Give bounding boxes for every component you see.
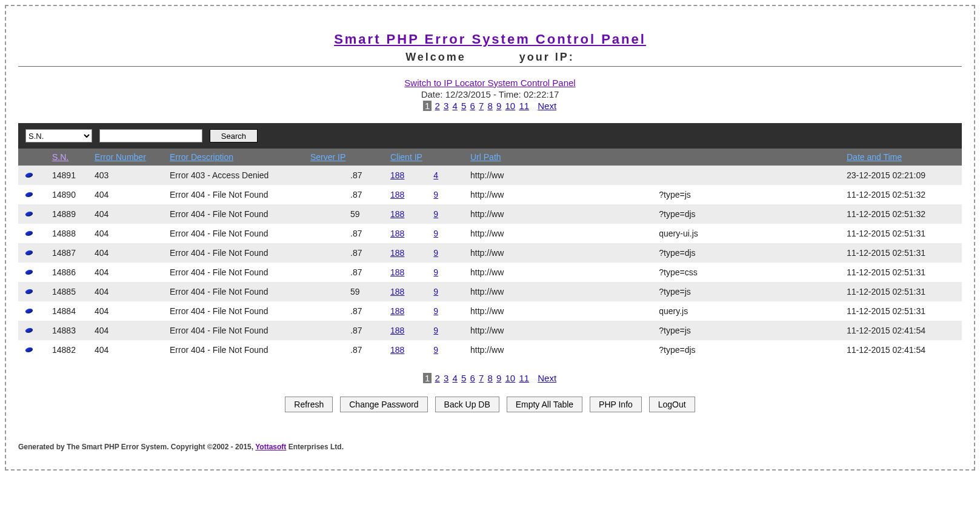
datetime-line: Date: 12/23/2015 - Time: 02:22:17 xyxy=(13,89,967,99)
client-ip-link-b[interactable]: 9 xyxy=(433,190,438,199)
col-url-head: Url Path xyxy=(470,152,847,162)
pager-page[interactable]: 7 xyxy=(478,373,484,383)
sort-sip[interactable]: Server IP xyxy=(310,152,345,162)
table-row: 14889404Error 404 - File Not Found591889… xyxy=(18,204,962,224)
pager-page[interactable]: 11 xyxy=(518,101,530,111)
cell-en: 404 xyxy=(95,345,170,355)
pager-page[interactable]: 6 xyxy=(469,373,475,383)
backup-db-button[interactable]: Back Up DB xyxy=(435,397,499,412)
cell-url: http://ww?type=js xyxy=(470,287,847,297)
client-ip-link-b[interactable]: 9 xyxy=(433,229,438,238)
search-button[interactable]: Search xyxy=(210,129,258,142)
row-icon[interactable] xyxy=(25,328,34,333)
client-ip-link-a[interactable]: 188 xyxy=(390,209,404,219)
client-ip-link-b[interactable]: 9 xyxy=(433,306,438,316)
pager-page[interactable]: 6 xyxy=(469,101,475,111)
logout-button[interactable]: LogOut xyxy=(649,397,695,412)
pager-page[interactable]: 4 xyxy=(452,373,458,383)
cell-url: http://ww?type=js xyxy=(470,190,847,199)
sort-en[interactable]: Error Number xyxy=(95,152,146,162)
row-icon[interactable] xyxy=(25,250,34,255)
client-ip-link-a[interactable]: 188 xyxy=(390,306,404,316)
pager-page[interactable]: 8 xyxy=(487,101,493,111)
sort-url[interactable]: Url Path xyxy=(470,152,501,162)
refresh-button[interactable]: Refresh xyxy=(285,397,333,412)
client-ip-link-b[interactable]: 9 xyxy=(433,345,438,355)
row-icon[interactable] xyxy=(25,212,34,216)
cell-ed: Error 404 - File Not Found xyxy=(170,248,310,258)
cell-en: 404 xyxy=(95,306,170,316)
cell-dt: 23-12-2015 02:21:09 xyxy=(847,170,955,180)
page-frame: Smart PHP Error System Control Panel Wel… xyxy=(5,5,975,471)
pager-current: 1 xyxy=(423,101,432,111)
title-link[interactable]: Smart PHP Error System Control Panel xyxy=(334,32,646,47)
switch-panel-line: Switch to IP Locator System Control Pane… xyxy=(13,78,967,88)
table-header: S.N. Error Number Error Description Serv… xyxy=(18,149,962,166)
pager-next[interactable]: Next xyxy=(537,373,557,383)
cell-en: 404 xyxy=(95,229,170,238)
pager-page[interactable]: 7 xyxy=(478,101,484,111)
row-icon[interactable] xyxy=(25,270,34,275)
pager-page[interactable]: 10 xyxy=(505,373,516,383)
client-ip-link-a[interactable]: 188 xyxy=(390,190,404,199)
row-icon[interactable] xyxy=(25,231,34,236)
row-icon[interactable] xyxy=(25,173,34,178)
pager-page[interactable]: 10 xyxy=(505,101,516,111)
client-ip-link-b[interactable]: 4 xyxy=(433,170,438,180)
pager-page[interactable]: 5 xyxy=(461,101,467,111)
header-rule xyxy=(18,66,962,67)
pager-page[interactable]: 3 xyxy=(443,101,449,111)
sort-sn[interactable]: S.N. xyxy=(52,152,68,162)
table-body: 14891403Error 403 - Access Denied.871884… xyxy=(18,166,962,360)
row-icon[interactable] xyxy=(25,309,34,313)
client-ip-link-b[interactable]: 9 xyxy=(433,287,438,297)
sort-cip[interactable]: Client IP xyxy=(390,152,422,162)
php-info-button[interactable]: PHP Info xyxy=(590,397,642,412)
row-icon[interactable] xyxy=(25,347,34,352)
search-input[interactable] xyxy=(99,129,202,142)
cell-dt: 11-12-2015 02:51:31 xyxy=(847,248,955,258)
client-ip-link-a[interactable]: 188 xyxy=(390,326,404,335)
cell-ed: Error 404 - File Not Found xyxy=(170,209,310,219)
client-ip-link-b[interactable]: 9 xyxy=(433,248,438,258)
cell-sn: 14885 xyxy=(52,287,95,297)
table-row: 14883404Error 404 - File Not Found.87188… xyxy=(18,321,962,340)
client-ip-link-b[interactable]: 9 xyxy=(433,209,438,219)
pager-page[interactable]: 2 xyxy=(434,101,440,111)
pager-page[interactable]: 3 xyxy=(443,373,449,383)
client-ip-link-a[interactable]: 188 xyxy=(390,287,404,297)
pager-page[interactable]: 9 xyxy=(496,101,502,111)
row-icon[interactable] xyxy=(25,289,34,294)
sort-dt[interactable]: Date and Time xyxy=(847,152,902,162)
client-ip-link-a[interactable]: 188 xyxy=(390,229,404,238)
client-ip-link-b[interactable]: 9 xyxy=(433,326,438,335)
pager-page[interactable]: 8 xyxy=(487,373,493,383)
client-ip-link-a[interactable]: 188 xyxy=(390,345,404,355)
row-icon[interactable] xyxy=(25,192,34,197)
cell-en: 404 xyxy=(95,267,170,277)
sort-ed[interactable]: Error Description xyxy=(170,152,233,162)
cell-en: 404 xyxy=(95,209,170,219)
empty-table-button[interactable]: Empty All Table xyxy=(507,397,582,412)
pager-page[interactable]: 5 xyxy=(461,373,467,383)
pager-page[interactable]: 4 xyxy=(452,101,458,111)
client-ip-link-a[interactable]: 188 xyxy=(390,267,404,277)
switch-panel-link[interactable]: Switch to IP Locator System Control Pane… xyxy=(404,78,575,88)
table-row: 14888404Error 404 - File Not Found.87188… xyxy=(18,224,962,243)
footer-link[interactable]: Yottasoft xyxy=(255,443,286,451)
client-ip-link-b[interactable]: 9 xyxy=(433,267,438,277)
change-password-button[interactable]: Change Password xyxy=(340,397,427,412)
cell-sn: 14887 xyxy=(52,248,95,258)
cell-sip: .87 xyxy=(310,170,390,180)
client-ip-link-a[interactable]: 188 xyxy=(390,170,404,180)
cell-sip: .87 xyxy=(310,190,390,199)
pager-page[interactable]: 11 xyxy=(518,373,530,383)
pager-page[interactable]: 9 xyxy=(496,373,502,383)
cell-cip: 1889 xyxy=(390,267,470,277)
cell-cip: 1889 xyxy=(390,326,470,335)
cell-en: 404 xyxy=(95,248,170,258)
search-column-select[interactable]: S.N.Error NumberError DescriptionServer … xyxy=(25,129,92,142)
pager-page[interactable]: 2 xyxy=(434,373,440,383)
pager-next[interactable]: Next xyxy=(537,101,557,111)
client-ip-link-a[interactable]: 188 xyxy=(390,248,404,258)
